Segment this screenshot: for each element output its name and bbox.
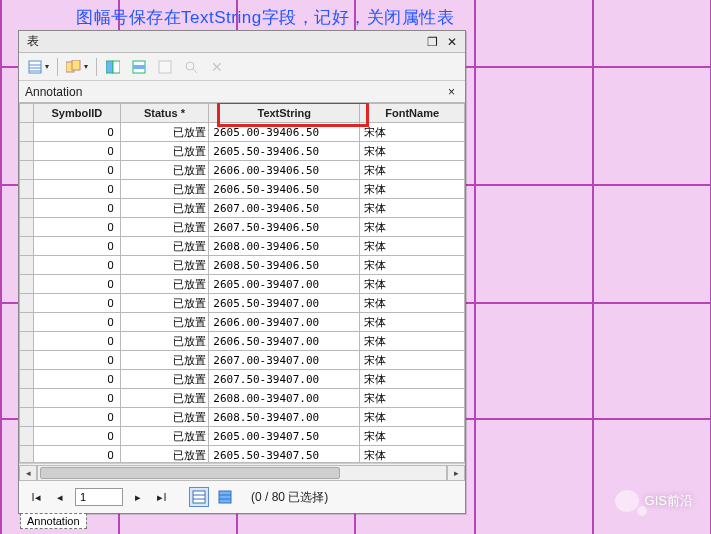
table-row[interactable]: 0已放置2606.00-39406.50宋体 <box>20 161 465 180</box>
row-selector[interactable] <box>20 237 34 256</box>
row-selector[interactable] <box>20 123 34 142</box>
table-row[interactable]: 0已放置2605.00-39407.00宋体 <box>20 275 465 294</box>
prev-record-button[interactable]: ◂ <box>51 488 69 506</box>
cell-textstring: 2605.00-39407.00 <box>209 275 360 294</box>
table-row[interactable]: 0已放置2606.50-39406.50宋体 <box>20 180 465 199</box>
table-options-button[interactable]: ▾ <box>25 57 51 77</box>
row-selector[interactable] <box>20 427 34 446</box>
scroll-right-button[interactable]: ▸ <box>447 465 465 481</box>
row-selector[interactable] <box>20 332 34 351</box>
cell-fontname: 宋体 <box>360 446 465 464</box>
selection-status: (0 / 80 已选择) <box>251 489 328 506</box>
cell-fontname: 宋体 <box>360 332 465 351</box>
row-selector[interactable] <box>20 180 34 199</box>
svg-rect-7 <box>113 61 120 73</box>
row-selector-header[interactable] <box>20 104 34 123</box>
cell-fontname: 宋体 <box>360 237 465 256</box>
table-row[interactable]: 0已放置2608.50-39407.00宋体 <box>20 408 465 427</box>
row-selector[interactable] <box>20 313 34 332</box>
cell-symbolid: 0 <box>34 370 121 389</box>
table-row[interactable]: 0已放置2605.50-39407.50宋体 <box>20 446 465 464</box>
table-row[interactable]: 0已放置2605.50-39406.50宋体 <box>20 142 465 161</box>
cell-fontname: 宋体 <box>360 218 465 237</box>
cell-status: 已放置 <box>120 218 209 237</box>
table-row[interactable]: 0已放置2608.00-39406.50宋体 <box>20 237 465 256</box>
related-tables-button[interactable]: ▾ <box>64 57 90 77</box>
horizontal-scrollbar[interactable]: ◂ ▸ <box>19 463 465 481</box>
cell-symbolid: 0 <box>34 294 121 313</box>
first-record-button[interactable]: I◂ <box>27 488 45 506</box>
current-record-input[interactable]: 1 <box>75 488 123 506</box>
cell-status: 已放置 <box>120 446 209 464</box>
row-selector[interactable] <box>20 199 34 218</box>
scroll-track[interactable] <box>37 465 447 481</box>
scroll-thumb[interactable] <box>40 467 340 479</box>
next-record-button[interactable]: ▸ <box>129 488 147 506</box>
close-button[interactable]: ✕ <box>443 34 461 50</box>
column-header-status[interactable]: Status * <box>120 104 209 123</box>
cell-textstring: 2607.00-39407.00 <box>209 351 360 370</box>
row-selector[interactable] <box>20 370 34 389</box>
table-row[interactable]: 0已放置2608.50-39406.50宋体 <box>20 256 465 275</box>
table-row[interactable]: 0已放置2605.00-39406.50宋体 <box>20 123 465 142</box>
cell-symbolid: 0 <box>34 123 121 142</box>
cell-textstring: 2606.00-39406.50 <box>209 161 360 180</box>
sheet-tab[interactable]: Annotation <box>20 513 87 529</box>
cell-textstring: 2605.50-39407.50 <box>209 446 360 464</box>
cell-status: 已放置 <box>120 142 209 161</box>
row-selector[interactable] <box>20 275 34 294</box>
row-selector[interactable] <box>20 256 34 275</box>
row-selector[interactable] <box>20 218 34 237</box>
restore-button[interactable]: ❐ <box>423 34 441 50</box>
scroll-left-button[interactable]: ◂ <box>19 465 37 481</box>
toolbar: ▾ ▾ ✕ <box>19 53 465 81</box>
last-record-button[interactable]: ▸I <box>153 488 171 506</box>
select-by-attributes-button[interactable] <box>103 57 123 77</box>
row-selector[interactable] <box>20 142 34 161</box>
cell-status: 已放置 <box>120 427 209 446</box>
attribute-table-window: 表 ❐ ✕ ▾ ▾ ✕ Annotati <box>18 30 466 514</box>
column-header-fontname[interactable]: FontName <box>360 104 465 123</box>
cell-fontname: 宋体 <box>360 313 465 332</box>
show-selected-records-button[interactable] <box>215 487 235 507</box>
cell-symbolid: 0 <box>34 199 121 218</box>
zoom-selected-button <box>181 57 201 77</box>
cell-fontname: 宋体 <box>360 142 465 161</box>
cell-status: 已放置 <box>120 294 209 313</box>
column-header-textstring[interactable]: TextString <box>209 104 360 123</box>
row-selector[interactable] <box>20 161 34 180</box>
watermark-text: GIS前沿 <box>645 492 693 510</box>
row-selector[interactable] <box>20 446 34 464</box>
attribute-table: SymbolID Status * TextString FontName 0已… <box>19 103 465 463</box>
table-row[interactable]: 0已放置2606.50-39407.00宋体 <box>20 332 465 351</box>
row-selector[interactable] <box>20 408 34 427</box>
table-row[interactable]: 0已放置2605.50-39407.00宋体 <box>20 294 465 313</box>
dropdown-arrow-icon: ▾ <box>45 62 49 71</box>
svg-rect-5 <box>72 60 80 70</box>
table-row[interactable]: 0已放置2607.00-39406.50宋体 <box>20 199 465 218</box>
table-row[interactable]: 0已放置2606.00-39407.00宋体 <box>20 313 465 332</box>
cell-status: 已放置 <box>120 161 209 180</box>
layer-bar-close-button[interactable]: × <box>444 85 459 99</box>
cell-fontname: 宋体 <box>360 294 465 313</box>
table-row[interactable]: 0已放置2605.00-39407.50宋体 <box>20 427 465 446</box>
table-row[interactable]: 0已放置2607.50-39406.50宋体 <box>20 218 465 237</box>
cell-textstring: 2605.50-39407.00 <box>209 294 360 313</box>
row-selector[interactable] <box>20 294 34 313</box>
row-selector[interactable] <box>20 389 34 408</box>
wechat-icon <box>615 490 639 512</box>
column-header-symbolid[interactable]: SymbolID <box>34 104 121 123</box>
svg-line-12 <box>193 69 197 73</box>
svg-rect-10 <box>159 61 171 73</box>
table-row[interactable]: 0已放置2607.00-39407.00宋体 <box>20 351 465 370</box>
show-all-records-button[interactable] <box>189 487 209 507</box>
table-row[interactable]: 0已放置2607.50-39407.00宋体 <box>20 370 465 389</box>
table-row[interactable]: 0已放置2608.00-39407.00宋体 <box>20 389 465 408</box>
cell-status: 已放置 <box>120 408 209 427</box>
svg-rect-6 <box>106 61 113 73</box>
layer-name-bar: Annotation × <box>19 81 465 103</box>
row-selector[interactable] <box>20 351 34 370</box>
delete-selected-button: ✕ <box>207 57 227 77</box>
cell-textstring: 2605.50-39406.50 <box>209 142 360 161</box>
switch-selection-button[interactable] <box>129 57 149 77</box>
